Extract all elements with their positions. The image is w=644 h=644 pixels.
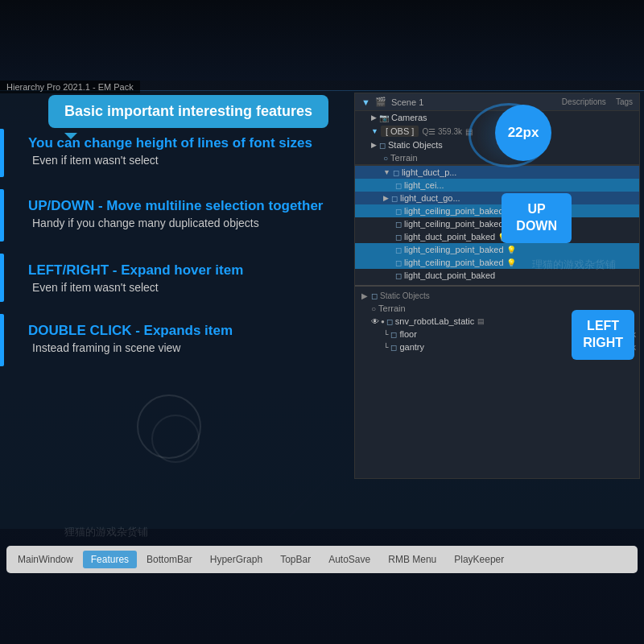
tab-features[interactable]: Features bbox=[83, 551, 137, 568]
floor-label: floor bbox=[399, 329, 416, 339]
light-ceiling-1-label: light_ceiling_point_baked bbox=[404, 206, 504, 216]
scene-title: Scene 1 bbox=[391, 97, 423, 107]
light-cei-label: light_cei... bbox=[404, 180, 444, 190]
tab-topbar[interactable]: TopBar bbox=[272, 551, 319, 568]
hierarchy-light-duct-last: ◻ light_duct_point_baked bbox=[355, 269, 639, 282]
light-ceiling-2-label: light_ceiling_point_baked bbox=[404, 219, 504, 229]
accent-bar-1 bbox=[0, 129, 4, 177]
hierarchy-light-duct-go: ▶ ◻ light_duct_go... bbox=[355, 192, 639, 204]
tab-mainwindow[interactable]: MainWindow bbox=[10, 551, 81, 568]
scene-icon: 🎬 bbox=[375, 97, 386, 107]
obs-label: [ OBS ] bbox=[381, 126, 419, 137]
gantry-label: gantry bbox=[399, 342, 424, 352]
terrain-label: Terrain bbox=[390, 153, 418, 163]
light-duct-baked-label: light_duct_point_baked bbox=[404, 232, 495, 242]
badge-up-text: UP bbox=[516, 201, 557, 218]
badge-leftright: LEFT RIGHT bbox=[572, 310, 634, 360]
tags-tab[interactable]: Tags bbox=[616, 97, 633, 106]
light-duct-last-label: light_duct_point_baked bbox=[404, 270, 495, 280]
badge-down-text: DOWN bbox=[516, 218, 557, 235]
light-duct-label: light_duct_p... bbox=[402, 167, 457, 177]
hierarchy-light-ceiling-1: ◻ light_ceiling_point_baked 💡 bbox=[355, 204, 639, 217]
header-label-text: Hierarchy Pro 2021.1 - EM Pack bbox=[6, 82, 134, 92]
decorative-circle-inner bbox=[151, 415, 200, 463]
divider-2 bbox=[355, 285, 639, 287]
snv-robot-label: snv_robotLab_static bbox=[395, 316, 474, 326]
tabs-bar: MainWindow Features BottomBar HyperGraph… bbox=[6, 546, 638, 573]
speech-bubble-text: Basic important interesting features bbox=[64, 103, 312, 119]
hierarchy-static-objects-header: ▶ ◻ Static Objects bbox=[355, 290, 639, 302]
app-title-label: Hierarchy Pro 2021.1 - EM Pack bbox=[0, 80, 140, 93]
hierarchy-light-ceiling-2: ◻ light_ceiling_point_baked 💡 bbox=[355, 217, 639, 230]
static-objects-bottom-label: Static Objects bbox=[380, 291, 430, 300]
accent-bar-4 bbox=[0, 314, 4, 366]
badge-right-text: RIGHT bbox=[583, 335, 623, 352]
descriptions-tab[interactable]: Descriptions bbox=[562, 97, 606, 106]
accent-bar-2 bbox=[0, 189, 4, 242]
scene-collapse-arrow: ▼ bbox=[361, 97, 370, 107]
badge-updown: UP DOWN bbox=[502, 193, 572, 243]
badge-22px: 22px bbox=[495, 105, 551, 161]
light-duct-go-label: light_duct_go... bbox=[400, 193, 460, 203]
hierarchy-light-cei: ◻ light_cei... bbox=[355, 179, 639, 192]
hierarchy-light-duct-1: ▼ ◻ light_duct_p... bbox=[355, 166, 639, 179]
cameras-label: Cameras bbox=[391, 113, 427, 122]
badge-left-text: LEFT bbox=[583, 318, 623, 335]
terrain-bottom-label: Terrain bbox=[378, 303, 406, 313]
hierarchy-light-ceiling-3: ◻ light_ceiling_point_baked 💡 bbox=[355, 243, 639, 256]
hierarchy-light-ceiling-4: ◻ light_ceiling_point_baked 💡 bbox=[355, 256, 639, 269]
light-ceiling-3-label: light_ceiling_point_baked bbox=[404, 245, 504, 254]
tab-rmbmenu[interactable]: RMB Menu bbox=[380, 551, 444, 568]
tab-bottombar[interactable]: BottomBar bbox=[138, 551, 200, 568]
speech-bubble: Basic important interesting features bbox=[48, 95, 328, 128]
tab-hypergraph[interactable]: HyperGraph bbox=[202, 551, 270, 568]
static-objects-label: Static Objects bbox=[388, 140, 443, 150]
tab-autosave[interactable]: AutoSave bbox=[320, 551, 378, 568]
light-ceiling-4-label: light_ceiling_point_baked bbox=[404, 258, 504, 267]
accent-bar-3 bbox=[0, 254, 4, 302]
hierarchy-light-duct-baked: ◻ light_duct_point_baked 💡 bbox=[355, 230, 639, 243]
badge-22px-text: 22px bbox=[508, 125, 539, 141]
tab-playkeeper[interactable]: PlayKeeper bbox=[446, 551, 512, 568]
